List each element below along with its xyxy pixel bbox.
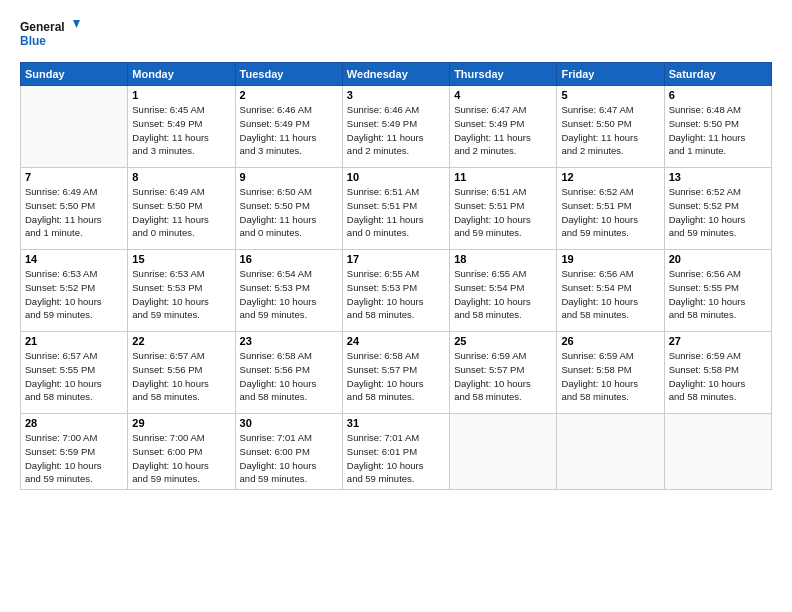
day-number: 29: [132, 417, 230, 429]
calendar-cell: 26Sunrise: 6:59 AM Sunset: 5:58 PM Dayli…: [557, 332, 664, 414]
day-number: 9: [240, 171, 338, 183]
day-info: Sunrise: 6:47 AM Sunset: 5:49 PM Dayligh…: [454, 103, 552, 158]
day-info: Sunrise: 6:51 AM Sunset: 5:51 PM Dayligh…: [347, 185, 445, 240]
day-number: 6: [669, 89, 767, 101]
day-info: Sunrise: 6:50 AM Sunset: 5:50 PM Dayligh…: [240, 185, 338, 240]
calendar-cell: 7Sunrise: 6:49 AM Sunset: 5:50 PM Daylig…: [21, 168, 128, 250]
calendar-cell: 1Sunrise: 6:45 AM Sunset: 5:49 PM Daylig…: [128, 86, 235, 168]
calendar-cell: 8Sunrise: 6:49 AM Sunset: 5:50 PM Daylig…: [128, 168, 235, 250]
day-info: Sunrise: 6:54 AM Sunset: 5:53 PM Dayligh…: [240, 267, 338, 322]
calendar-cell: 15Sunrise: 6:53 AM Sunset: 5:53 PM Dayli…: [128, 250, 235, 332]
day-number: 31: [347, 417, 445, 429]
calendar-row: 28Sunrise: 7:00 AM Sunset: 5:59 PM Dayli…: [21, 414, 772, 490]
day-number: 30: [240, 417, 338, 429]
day-info: Sunrise: 6:59 AM Sunset: 5:57 PM Dayligh…: [454, 349, 552, 404]
calendar-cell: 21Sunrise: 6:57 AM Sunset: 5:55 PM Dayli…: [21, 332, 128, 414]
day-info: Sunrise: 6:56 AM Sunset: 5:55 PM Dayligh…: [669, 267, 767, 322]
day-info: Sunrise: 6:47 AM Sunset: 5:50 PM Dayligh…: [561, 103, 659, 158]
day-number: 24: [347, 335, 445, 347]
day-info: Sunrise: 6:49 AM Sunset: 5:50 PM Dayligh…: [132, 185, 230, 240]
day-number: 21: [25, 335, 123, 347]
day-number: 17: [347, 253, 445, 265]
logo-svg: General Blue: [20, 18, 80, 52]
day-info: Sunrise: 6:56 AM Sunset: 5:54 PM Dayligh…: [561, 267, 659, 322]
calendar-cell: 11Sunrise: 6:51 AM Sunset: 5:51 PM Dayli…: [450, 168, 557, 250]
day-number: 28: [25, 417, 123, 429]
day-info: Sunrise: 6:57 AM Sunset: 5:55 PM Dayligh…: [25, 349, 123, 404]
calendar-cell: 14Sunrise: 6:53 AM Sunset: 5:52 PM Dayli…: [21, 250, 128, 332]
calendar-cell: 9Sunrise: 6:50 AM Sunset: 5:50 PM Daylig…: [235, 168, 342, 250]
day-header: Thursday: [450, 63, 557, 86]
calendar-cell: 19Sunrise: 6:56 AM Sunset: 5:54 PM Dayli…: [557, 250, 664, 332]
day-info: Sunrise: 6:55 AM Sunset: 5:54 PM Dayligh…: [454, 267, 552, 322]
day-info: Sunrise: 6:49 AM Sunset: 5:50 PM Dayligh…: [25, 185, 123, 240]
header-row: SundayMondayTuesdayWednesdayThursdayFrid…: [21, 63, 772, 86]
day-info: Sunrise: 6:59 AM Sunset: 5:58 PM Dayligh…: [669, 349, 767, 404]
calendar-row: 7Sunrise: 6:49 AM Sunset: 5:50 PM Daylig…: [21, 168, 772, 250]
day-info: Sunrise: 7:01 AM Sunset: 6:01 PM Dayligh…: [347, 431, 445, 486]
calendar-cell: [664, 414, 771, 490]
day-info: Sunrise: 6:59 AM Sunset: 5:58 PM Dayligh…: [561, 349, 659, 404]
day-header: Saturday: [664, 63, 771, 86]
calendar-cell: 12Sunrise: 6:52 AM Sunset: 5:51 PM Dayli…: [557, 168, 664, 250]
day-number: 18: [454, 253, 552, 265]
calendar-cell: [450, 414, 557, 490]
calendar-cell: 25Sunrise: 6:59 AM Sunset: 5:57 PM Dayli…: [450, 332, 557, 414]
calendar-cell: [557, 414, 664, 490]
day-number: 23: [240, 335, 338, 347]
day-number: 25: [454, 335, 552, 347]
svg-text:Blue: Blue: [20, 34, 46, 48]
logo: General Blue: [20, 18, 80, 52]
day-number: 16: [240, 253, 338, 265]
day-number: 13: [669, 171, 767, 183]
day-info: Sunrise: 6:52 AM Sunset: 5:51 PM Dayligh…: [561, 185, 659, 240]
calendar-cell: 4Sunrise: 6:47 AM Sunset: 5:49 PM Daylig…: [450, 86, 557, 168]
day-info: Sunrise: 6:46 AM Sunset: 5:49 PM Dayligh…: [240, 103, 338, 158]
calendar-row: 21Sunrise: 6:57 AM Sunset: 5:55 PM Dayli…: [21, 332, 772, 414]
day-number: 27: [669, 335, 767, 347]
day-header: Monday: [128, 63, 235, 86]
calendar-cell: 23Sunrise: 6:58 AM Sunset: 5:56 PM Dayli…: [235, 332, 342, 414]
svg-text:General: General: [20, 20, 65, 34]
calendar-cell: 28Sunrise: 7:00 AM Sunset: 5:59 PM Dayli…: [21, 414, 128, 490]
day-info: Sunrise: 7:01 AM Sunset: 6:00 PM Dayligh…: [240, 431, 338, 486]
day-info: Sunrise: 6:57 AM Sunset: 5:56 PM Dayligh…: [132, 349, 230, 404]
day-header: Wednesday: [342, 63, 449, 86]
calendar-cell: 31Sunrise: 7:01 AM Sunset: 6:01 PM Dayli…: [342, 414, 449, 490]
day-number: 20: [669, 253, 767, 265]
calendar-cell: 29Sunrise: 7:00 AM Sunset: 6:00 PM Dayli…: [128, 414, 235, 490]
calendar-cell: 20Sunrise: 6:56 AM Sunset: 5:55 PM Dayli…: [664, 250, 771, 332]
day-number: 4: [454, 89, 552, 101]
svg-marker-2: [73, 20, 80, 28]
day-number: 7: [25, 171, 123, 183]
day-info: Sunrise: 6:46 AM Sunset: 5:49 PM Dayligh…: [347, 103, 445, 158]
page: General Blue SundayMondayTuesdayWednesda…: [0, 0, 792, 612]
day-info: Sunrise: 6:58 AM Sunset: 5:57 PM Dayligh…: [347, 349, 445, 404]
calendar-row: 14Sunrise: 6:53 AM Sunset: 5:52 PM Dayli…: [21, 250, 772, 332]
calendar-cell: 2Sunrise: 6:46 AM Sunset: 5:49 PM Daylig…: [235, 86, 342, 168]
calendar-cell: 6Sunrise: 6:48 AM Sunset: 5:50 PM Daylig…: [664, 86, 771, 168]
day-info: Sunrise: 6:53 AM Sunset: 5:52 PM Dayligh…: [25, 267, 123, 322]
calendar-cell: 16Sunrise: 6:54 AM Sunset: 5:53 PM Dayli…: [235, 250, 342, 332]
calendar-cell: 18Sunrise: 6:55 AM Sunset: 5:54 PM Dayli…: [450, 250, 557, 332]
calendar-cell: 22Sunrise: 6:57 AM Sunset: 5:56 PM Dayli…: [128, 332, 235, 414]
day-number: 11: [454, 171, 552, 183]
day-info: Sunrise: 7:00 AM Sunset: 6:00 PM Dayligh…: [132, 431, 230, 486]
day-info: Sunrise: 6:58 AM Sunset: 5:56 PM Dayligh…: [240, 349, 338, 404]
day-number: 12: [561, 171, 659, 183]
day-number: 19: [561, 253, 659, 265]
day-number: 1: [132, 89, 230, 101]
day-info: Sunrise: 6:55 AM Sunset: 5:53 PM Dayligh…: [347, 267, 445, 322]
day-number: 2: [240, 89, 338, 101]
day-number: 15: [132, 253, 230, 265]
day-number: 5: [561, 89, 659, 101]
day-number: 14: [25, 253, 123, 265]
header: General Blue: [20, 18, 772, 52]
calendar-cell: 17Sunrise: 6:55 AM Sunset: 5:53 PM Dayli…: [342, 250, 449, 332]
calendar-cell: 3Sunrise: 6:46 AM Sunset: 5:49 PM Daylig…: [342, 86, 449, 168]
calendar-cell: 30Sunrise: 7:01 AM Sunset: 6:00 PM Dayli…: [235, 414, 342, 490]
calendar-row: 1Sunrise: 6:45 AM Sunset: 5:49 PM Daylig…: [21, 86, 772, 168]
day-header: Tuesday: [235, 63, 342, 86]
day-info: Sunrise: 7:00 AM Sunset: 5:59 PM Dayligh…: [25, 431, 123, 486]
calendar-cell: 27Sunrise: 6:59 AM Sunset: 5:58 PM Dayli…: [664, 332, 771, 414]
